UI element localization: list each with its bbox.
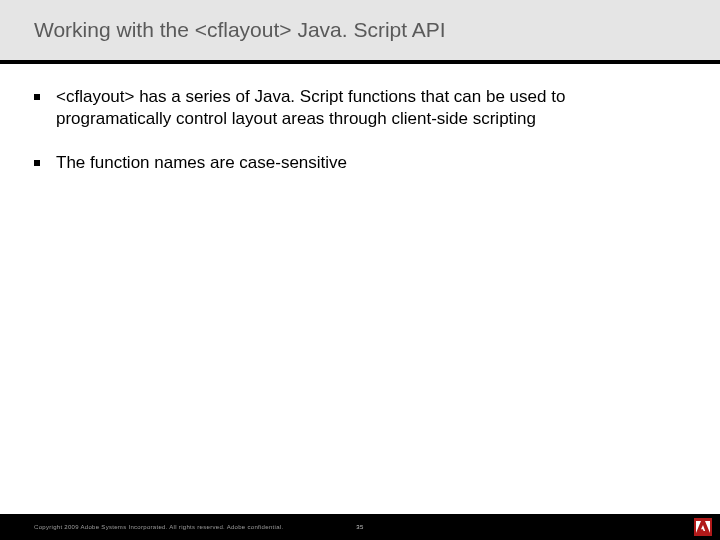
adobe-logo-icon [694, 518, 712, 536]
bullet-icon [34, 94, 40, 100]
footer-logo-wrap [694, 518, 712, 536]
footer-page-number: 35 [356, 524, 363, 530]
title-band: Working with the <cflayout> Java. Script… [0, 0, 720, 60]
footer-copyright: Copyright 2009 Adobe Systems Incorporate… [0, 524, 694, 530]
slide-title: Working with the <cflayout> Java. Script… [34, 18, 446, 42]
title-divider [0, 60, 720, 64]
bullet-text: The function names are case-sensitive [56, 152, 347, 174]
list-item: <cflayout> has a series of Java. Script … [34, 86, 680, 130]
list-item: The function names are case-sensitive [34, 152, 680, 174]
slide: Working with the <cflayout> Java. Script… [0, 0, 720, 540]
bullet-text: <cflayout> has a series of Java. Script … [56, 86, 680, 130]
bullet-icon [34, 160, 40, 166]
content-area: <cflayout> has a series of Java. Script … [34, 86, 680, 196]
footer-bar: Copyright 2009 Adobe Systems Incorporate… [0, 514, 720, 540]
